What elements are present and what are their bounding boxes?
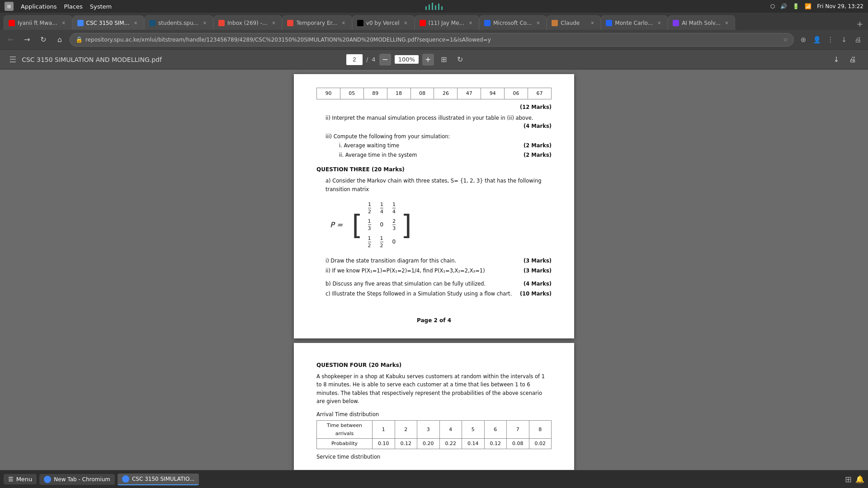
tab-close-microsoft[interactable]: × <box>534 19 542 27</box>
fraction-1-3: 13 <box>368 218 371 231</box>
pdf-download-button[interactable]: ↓ <box>830 53 843 66</box>
lock-icon: 🔒 <box>75 36 83 43</box>
tab-label-monte: Monte Carlo... <box>615 20 653 26</box>
os-app-menu-icon[interactable]: ⊞ <box>5 2 14 11</box>
tab-close-jay[interactable]: × <box>467 19 474 27</box>
q3c-label: c) Illustrate the Steps followed in a Si… <box>326 291 512 297</box>
tab-close-csc3150[interactable]: × <box>132 19 139 27</box>
forward-button[interactable]: → <box>21 33 33 46</box>
arrival-col-2: 2 <box>395 420 417 438</box>
hamburger-icon[interactable]: ☰ <box>9 55 16 64</box>
pdf-print-button[interactable]: 🖨 <box>846 53 859 66</box>
part-iii-label: iii) Compute the following from your sim… <box>326 133 450 140</box>
zoom-in-button[interactable]: + <box>422 54 434 66</box>
tab-youtube[interactable]: Iyanii ft Mwa... × <box>4 15 72 30</box>
taskbar-csc3150-item[interactable]: CSC 3150 SIMULATIO... <box>118 474 199 485</box>
prob-7: 0.08 <box>507 439 529 449</box>
download-icon[interactable]: ↓ <box>838 34 850 46</box>
volume-icon[interactable]: 🔊 <box>780 3 787 9</box>
os-places-menu[interactable]: Places <box>64 3 82 10</box>
table-cell: 94 <box>481 88 505 99</box>
fit-page-button[interactable]: ⊞ <box>438 53 450 66</box>
taskbar-csc3150-label: CSC 3150 SIMULATIO... <box>132 476 194 482</box>
taskbar-menu-button[interactable]: ☰ Menu <box>4 474 37 484</box>
taskbar-newtab-item[interactable]: New Tab - Chromium <box>39 474 115 485</box>
print-icon[interactable]: 🖨 <box>852 34 863 46</box>
tab-students[interactable]: students.spu... × <box>144 15 213 30</box>
table-cell: 18 <box>387 88 410 99</box>
fraction-1-2: 12 <box>368 202 371 215</box>
new-tab-button[interactable]: + <box>854 17 866 30</box>
tab-microsoft[interactable]: Microsoft Co... × <box>479 15 547 30</box>
os-applications-menu[interactable]: Applications <box>21 3 57 10</box>
tab-inbox[interactable]: Inbox (269) -... × <box>213 15 283 30</box>
browser-window: Iyanii ft Mwa... × CSC 3150 SIM... × stu… <box>0 13 868 488</box>
pdf-page-3-content: QUESTION FOUR (20 Marks) A shopkeeper in… <box>316 361 552 461</box>
table-cell: 08 <box>410 88 434 99</box>
arrival-table: Time between arrivals 1 2 3 4 5 6 7 8 Pr… <box>316 420 552 449</box>
q3a-text: a) Consider the Markov chain with three … <box>326 177 552 193</box>
rotate-button[interactable]: ↻ <box>454 53 467 66</box>
pdf-zoom-display: 100% <box>395 55 419 64</box>
tab-jay[interactable]: (11) Jay Me... × <box>415 15 479 30</box>
taskbar-newtab-favicon <box>44 476 51 483</box>
arrival-header-label: Time between arrivals <box>317 420 373 438</box>
tab-close-vercel[interactable]: × <box>402 19 410 27</box>
tab-close-youtube[interactable]: × <box>60 19 67 27</box>
tab-claude[interactable]: Claude × <box>547 15 601 30</box>
simulation-table: 90 05 89 18 08 26 47 94 06 67 <box>316 88 552 99</box>
prob-1: 0.10 <box>373 439 395 449</box>
marks-3-ii: (3 Marks) <box>524 267 552 275</box>
marks-2-i: (2 Marks) <box>524 141 552 150</box>
pdf-toolbar: ☰ CSC 3150 SIMULATION AND MODELLING.pdf … <box>0 50 868 70</box>
tab-temporary[interactable]: Temporary Er... × <box>282 15 352 30</box>
bluetooth-icon[interactable]: ⬡ <box>770 3 775 9</box>
reload-button[interactable]: ↻ <box>37 33 50 46</box>
tab-favicon-claude <box>552 20 558 26</box>
tab-close-students[interactable]: × <box>201 19 208 27</box>
taskbar-menu-label: Menu <box>16 476 33 483</box>
os-system-menu[interactable]: System <box>90 3 112 10</box>
marks-2-ii: (2 Marks) <box>524 151 552 159</box>
tab-favicon-csc3150 <box>77 20 84 26</box>
page-2-number: Page 2 of 4 <box>316 316 552 325</box>
bookmark-icon[interactable]: ☆ <box>783 37 788 43</box>
back-button[interactable]: ← <box>5 33 17 46</box>
tab-aimath[interactable]: AI Math Solv... × <box>668 15 735 30</box>
tab-label-students: students.spu... <box>158 20 198 26</box>
arrival-col-3: 3 <box>417 420 440 438</box>
arrival-col-8: 8 <box>529 420 552 438</box>
pdf-total-pages: 4 <box>372 56 375 63</box>
address-text: repository.spu.ac.ke/xmlui/bitstream/han… <box>85 37 780 43</box>
zoom-out-button[interactable]: − <box>379 54 391 66</box>
pdf-content-area[interactable]: 90 05 89 18 08 26 47 94 06 67 (12 Marks) <box>0 70 868 488</box>
tab-close-inbox[interactable]: × <box>270 19 277 27</box>
q3b-label: b) Discuss any five areas that simulatio… <box>326 281 486 287</box>
tab-csc3150[interactable]: CSC 3150 SIM... × <box>72 15 145 30</box>
tab-close-claude[interactable]: × <box>589 19 596 27</box>
os-topbar-right: ⬡ 🔊 🔋 📶 Fri Nov 29, 13:22 <box>770 3 863 9</box>
taskbar-notification-icon[interactable]: 🔔 <box>855 475 864 483</box>
pdf-page-2: 90 05 89 18 08 26 47 94 06 67 (12 Marks) <box>294 74 574 338</box>
taskbar-csc3150-favicon <box>122 475 129 483</box>
tab-favicon-vercel <box>357 20 363 26</box>
pdf-toolbar-right: ↓ 🖨 <box>830 53 859 66</box>
tab-vercel[interactable]: v0 by Vercel × <box>352 15 415 30</box>
fraction-1-4-a: 14 <box>380 202 383 215</box>
user-icon[interactable]: 👤 <box>811 34 823 46</box>
tab-close-temporary[interactable]: × <box>340 19 347 27</box>
matrix-row-3: 12 12 0 <box>368 235 396 249</box>
matrix-left-bracket: [ <box>352 211 362 239</box>
table-cell: 26 <box>434 88 458 99</box>
tab-close-monte[interactable]: × <box>656 19 663 27</box>
taskbar: ☰ Menu New Tab - Chromium CSC 3150 SIMUL… <box>0 470 868 488</box>
prob-4: 0.22 <box>439 439 462 449</box>
extensions-icon[interactable]: ⊕ <box>797 34 809 46</box>
tab-close-aimath[interactable]: × <box>723 19 730 27</box>
address-bar[interactable]: 🔒 repository.spu.ac.ke/xmlui/bitstream/h… <box>70 33 794 47</box>
settings-icon[interactable]: ⋮ <box>825 34 836 46</box>
nav-bar: ← → ↻ ⌂ 🔒 repository.spu.ac.ke/xmlui/bit… <box>0 30 868 50</box>
home-button[interactable]: ⌂ <box>53 33 66 46</box>
tab-monte[interactable]: Monte Carlo... × <box>601 15 668 30</box>
pdf-page-input[interactable] <box>346 54 363 65</box>
